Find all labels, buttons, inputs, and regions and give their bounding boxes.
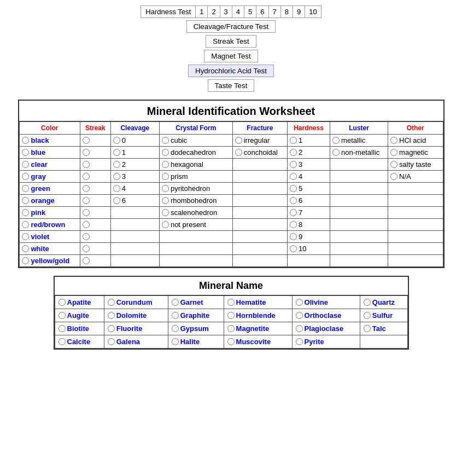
cleavage-radio-3[interactable]: [113, 173, 120, 180]
hardness-num-3[interactable]: 3: [220, 5, 232, 18]
fracture-radio-1[interactable]: [235, 149, 242, 156]
crystal-radio-4[interactable]: [162, 185, 169, 192]
hardness-row: Hardness Test 12345678910: [141, 5, 321, 18]
luster-radio-0[interactable]: [332, 137, 340, 144]
mineral-radio-2-1[interactable]: [108, 325, 115, 332]
mineral-radio-0-3[interactable]: [227, 299, 235, 306]
color-radio-0[interactable]: [22, 137, 29, 144]
mineral-radio-0-5[interactable]: [364, 299, 371, 306]
crystal-radio-1[interactable]: [162, 149, 169, 156]
color-radio-4[interactable]: [22, 185, 29, 192]
hardness-radio-5[interactable]: [290, 197, 297, 204]
mineral-radio-0-4[interactable]: [296, 299, 303, 306]
color-radio-10[interactable]: [22, 257, 29, 264]
color-radio-2[interactable]: [22, 161, 29, 168]
hardness-num-8[interactable]: 8: [281, 5, 293, 18]
streak-radio-5[interactable]: [83, 197, 90, 204]
mineral-cell: Fluorite: [104, 322, 168, 335]
mineral-radio-3-2[interactable]: [172, 338, 179, 345]
nav-btn-2[interactable]: Magnet Test: [204, 50, 258, 62]
streak-radio-6[interactable]: [83, 209, 90, 216]
fracture-radio-0[interactable]: [235, 137, 242, 144]
color-radio-6[interactable]: [22, 209, 29, 216]
hardness-num-10[interactable]: 10: [305, 5, 321, 18]
color-radio-1[interactable]: [22, 149, 29, 156]
hardness-num-6[interactable]: 6: [256, 5, 268, 18]
mineral-radio-0-1[interactable]: [108, 299, 115, 306]
hardness-num-4[interactable]: 4: [232, 5, 244, 18]
mineral-radio-1-2[interactable]: [172, 312, 179, 319]
streak-radio-0[interactable]: [83, 137, 90, 144]
mineral-radio-0-0[interactable]: [59, 299, 66, 306]
hardness-radio-1[interactable]: [290, 149, 297, 156]
hardness-radio-3[interactable]: [290, 173, 297, 180]
cleavage-cell-8: [110, 231, 159, 243]
other-radio-3[interactable]: [390, 173, 397, 180]
mineral-radio-1-1[interactable]: [108, 312, 115, 319]
other-radio-2[interactable]: [390, 161, 397, 168]
streak-radio-4[interactable]: [83, 185, 90, 192]
cleavage-radio-0[interactable]: [113, 137, 120, 144]
cleavage-radio-1[interactable]: [113, 149, 120, 156]
hardness-radio-4[interactable]: [290, 185, 297, 192]
cleavage-radio-2[interactable]: [113, 161, 120, 168]
color-radio-8[interactable]: [22, 233, 29, 240]
crystal-radio-7[interactable]: [162, 221, 169, 228]
hardness-num-9[interactable]: 9: [293, 5, 305, 18]
mineral-radio-3-3[interactable]: [227, 338, 235, 345]
cleavage-radio-4[interactable]: [113, 185, 120, 192]
color-radio-9[interactable]: [22, 245, 29, 252]
crystal-radio-2[interactable]: [162, 161, 169, 168]
mineral-radio-3-0[interactable]: [59, 338, 66, 345]
mineral-radio-0-2[interactable]: [172, 299, 179, 306]
mineral-radio-2-3[interactable]: [227, 325, 235, 332]
mineral-radio-2-2[interactable]: [172, 325, 179, 332]
hardness-num-5[interactable]: 5: [244, 5, 256, 18]
mineral-radio-3-4[interactable]: [296, 338, 303, 345]
hardness-num-7[interactable]: 7: [269, 5, 281, 18]
streak-radio-8[interactable]: [83, 233, 90, 240]
nav-btn-4[interactable]: Taste Test: [208, 79, 255, 92]
other-radio-0[interactable]: [390, 137, 397, 144]
crystal-radio-5[interactable]: [162, 197, 169, 204]
nav-btn-1[interactable]: Streak Test: [206, 35, 256, 48]
hardness-radio-8[interactable]: [290, 233, 297, 240]
hardness-radio-9[interactable]: [290, 245, 297, 252]
color-radio-5[interactable]: [22, 197, 29, 204]
hardness-radio-0[interactable]: [290, 137, 297, 144]
mineral-radio-2-5[interactable]: [364, 325, 371, 332]
streak-radio-1[interactable]: [83, 149, 90, 156]
mineral-radio-3-1[interactable]: [108, 338, 115, 345]
color-radio-3[interactable]: [22, 173, 29, 180]
streak-radio-2[interactable]: [83, 161, 90, 168]
crystal-radio-3[interactable]: [162, 173, 169, 180]
other-radio-1[interactable]: [390, 149, 397, 156]
streak-radio-9[interactable]: [83, 245, 90, 252]
luster-radio-1[interactable]: [332, 149, 340, 156]
cleavage-radio-5[interactable]: [113, 197, 120, 204]
hardness-num-1[interactable]: 1: [196, 5, 208, 18]
streak-radio-7[interactable]: [83, 221, 90, 228]
color-cell-8: violet: [19, 231, 80, 243]
hardness-radio-7[interactable]: [290, 221, 297, 228]
crystal-radio-6[interactable]: [162, 209, 169, 216]
streak-radio-3[interactable]: [83, 173, 90, 180]
streak-radio-10[interactable]: [83, 257, 90, 264]
color-radio-7[interactable]: [22, 221, 29, 228]
hardness-radio-6[interactable]: [290, 209, 297, 216]
mineral-radio-1-3[interactable]: [227, 312, 235, 319]
crystal-radio-0[interactable]: [162, 137, 169, 144]
hardness-num-2[interactable]: 2: [208, 5, 220, 18]
nav-btn-3[interactable]: Hydrochloric Acid Test: [188, 65, 274, 77]
mineral-radio-1-4[interactable]: [296, 312, 303, 319]
table-row: pinkscalenohedron7: [19, 207, 443, 219]
mineral-radio-2-0[interactable]: [59, 325, 66, 332]
other-cell-10: [388, 255, 443, 267]
mineral-radio-1-5[interactable]: [364, 312, 371, 319]
mineral-radio-2-4[interactable]: [296, 325, 303, 332]
nav-btn-0[interactable]: Cleavage/Fracture Test: [186, 20, 276, 33]
mineral-radio-1-0[interactable]: [59, 312, 66, 319]
luster-cell-2: [330, 159, 388, 171]
hardness-radio-2[interactable]: [290, 161, 297, 168]
luster-cell-8: [330, 231, 388, 243]
